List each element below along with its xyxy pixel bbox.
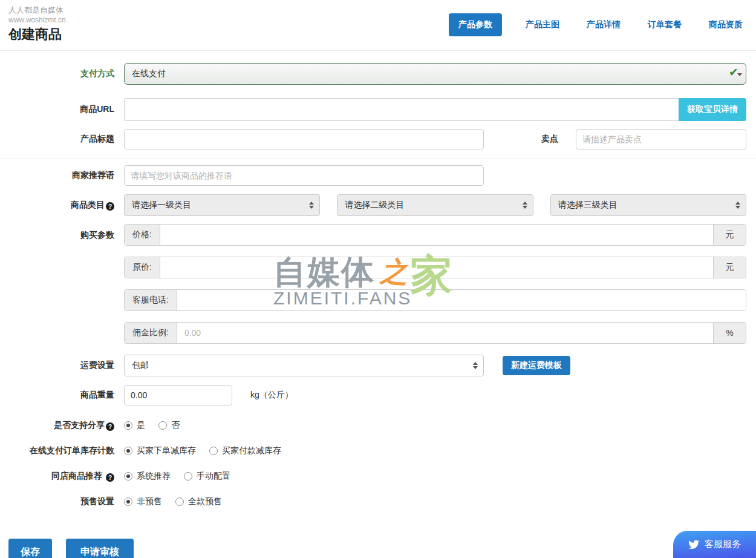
original-price-input[interactable] [160, 257, 713, 278]
price-unit: 元 [713, 225, 746, 245]
recommend-option-manual[interactable]: 手动配置 [184, 471, 230, 482]
recommend-option-system[interactable]: 系统推荐 [124, 471, 171, 482]
selling-point-label: 卖点 [541, 134, 558, 145]
tab-product-detail[interactable]: 产品详情 [583, 13, 624, 36]
commission-prefix: 佣金比例: [125, 323, 177, 343]
stock-option-on-payment[interactable]: 买家付款减库存 [209, 445, 281, 456]
original-price-group: 原价: 元 [124, 257, 746, 278]
weight-input[interactable] [124, 385, 232, 405]
create-product-page: 人人都是自媒体 www.woshizmt.cn 创建商品 产品参数 产品主图 产… [0, 0, 756, 558]
share-row: 是否支持分享? 是 否 [0, 420, 756, 431]
radio-icon[interactable] [184, 472, 192, 481]
original-price-unit: 元 [713, 257, 746, 278]
commission-unit: % [713, 323, 746, 343]
radio-icon[interactable] [158, 421, 167, 430]
caret-updown-icon [473, 362, 478, 369]
brand-name: 人人都是自媒体 [8, 5, 66, 16]
fetch-item-detail-button[interactable]: 获取宝贝详情 [679, 98, 746, 121]
tab-bar: 产品参数 产品主图 产品详情 订单套餐 商品资质 [449, 13, 746, 36]
price-input[interactable] [160, 225, 713, 245]
new-shipping-template-button[interactable]: 新建运费模板 [503, 356, 570, 375]
product-title-row: 产品标题 卖点 [0, 129, 756, 149]
brand-url: www.woshizmt.cn [8, 16, 66, 24]
radio-icon[interactable] [124, 421, 132, 430]
check-icon: ✔ [729, 67, 738, 78]
share-option-yes[interactable]: 是 [124, 420, 145, 431]
footer-actions: 保存 申请审核 [8, 539, 756, 558]
presale-option-none[interactable]: 非预售 [124, 496, 162, 507]
category-level2-select[interactable]: 请选择二级类目 [337, 194, 533, 216]
weight-row: 商品重量 kg（公斤） [0, 385, 756, 405]
radio-icon[interactable] [124, 497, 132, 506]
tab-product-params[interactable]: 产品参数 [449, 13, 502, 36]
section-divider [0, 158, 756, 159]
shipping-row: 运费设置 包邮 新建运费模板 [0, 355, 756, 376]
category-label: 商品类目? [0, 200, 124, 211]
save-button[interactable]: 保存 [8, 539, 52, 558]
share-option-no[interactable]: 否 [158, 420, 180, 431]
price-group: 价格: 元 [124, 224, 746, 246]
stock-counting-label: 在线支付订单库存计数 [0, 445, 124, 456]
category-row: 商品类目? 请选择一级类目 请选择二级类目 请选择三级类目 [0, 194, 756, 216]
presale-row: 预售设置 非预售 全款预售 [0, 496, 756, 507]
merchant-recommendation-row: 商家推荐语 [0, 165, 756, 186]
caret-updown-icon [523, 202, 527, 209]
radio-icon[interactable] [124, 447, 132, 455]
same-store-recommend-row: 同店商品推荐 ? 系统推荐 手动配置 [0, 471, 756, 482]
customer-service-label: 客服服务 [705, 539, 741, 550]
price-prefix: 价格: [125, 225, 160, 245]
question-icon[interactable]: ? [106, 473, 114, 482]
share-label: 是否支持分享? [0, 420, 124, 432]
presale-label: 预售设置 [0, 496, 124, 507]
commission-group: 佣金比例: % [124, 322, 746, 344]
customer-service-button[interactable]: 客服服务 [673, 531, 756, 558]
tab-main-image[interactable]: 产品主图 [522, 13, 563, 36]
merchant-recommendation-label: 商家推荐语 [0, 170, 124, 181]
shipping-label: 运费设置 [0, 360, 124, 371]
caret-updown-icon [735, 202, 740, 209]
selling-point-input[interactable] [576, 129, 746, 149]
brand-block: 人人都是自媒体 www.woshizmt.cn 创建商品 [8, 5, 66, 44]
payment-method-row: 支付方式 在线支付 ✔ [0, 63, 756, 85]
product-title-label: 产品标题 [0, 134, 124, 145]
product-title-input[interactable] [124, 129, 484, 149]
product-url-label: 商品URL [0, 104, 124, 115]
weight-unit: kg（公斤） [250, 390, 293, 401]
radio-icon[interactable] [209, 447, 218, 455]
presale-option-full-payment[interactable]: 全款预售 [175, 496, 222, 507]
radio-icon[interactable] [175, 497, 184, 506]
stock-counting-row: 在线支付订单库存计数 买家下单减库存 买家付款减库存 [0, 445, 756, 456]
payment-method-value: 在线支付 [132, 68, 166, 79]
payment-method-select[interactable]: 在线支付 ✔ [124, 63, 746, 85]
question-icon[interactable]: ? [106, 422, 114, 431]
question-icon[interactable]: ? [106, 202, 114, 211]
bird-icon [688, 539, 700, 550]
product-url-input[interactable] [124, 98, 679, 121]
caret-updown-icon [309, 202, 314, 209]
purchase-params-label: 购买参数 [0, 224, 124, 246]
service-phone-group: 客服电话: [124, 289, 746, 311]
service-phone-input[interactable] [177, 290, 746, 310]
category-level1-select[interactable]: 请选择一级类目 [124, 194, 320, 216]
stock-option-on-order[interactable]: 买家下单减库存 [124, 445, 196, 456]
same-store-recommend-label: 同店商品推荐 ? [0, 471, 124, 482]
weight-label: 商品重量 [0, 390, 124, 401]
header: 人人都是自媒体 www.woshizmt.cn 创建商品 产品参数 产品主图 产… [0, 0, 756, 51]
payment-method-label: 支付方式 [0, 68, 124, 79]
product-url-row: 商品URL 获取宝贝详情 [0, 98, 756, 121]
purchase-params-row: 购买参数 价格: 元 原价: 元 客服电话: 佣金比例: % [0, 224, 756, 344]
page-title: 创建商品 [8, 25, 66, 44]
tab-product-qualification[interactable]: 商品资质 [705, 13, 746, 36]
commission-input[interactable] [177, 323, 713, 343]
merchant-recommendation-input[interactable] [124, 165, 484, 186]
category-level3-select[interactable]: 请选择三级类目 [550, 194, 746, 216]
original-price-prefix: 原价: [125, 257, 160, 278]
radio-icon[interactable] [124, 472, 132, 481]
tab-order-package[interactable]: 订单套餐 [644, 13, 685, 36]
shipping-template-select[interactable]: 包邮 [124, 355, 484, 376]
caret-down-icon [737, 73, 742, 76]
apply-review-button[interactable]: 申请审核 [66, 539, 134, 558]
service-phone-prefix: 客服电话: [125, 290, 177, 310]
